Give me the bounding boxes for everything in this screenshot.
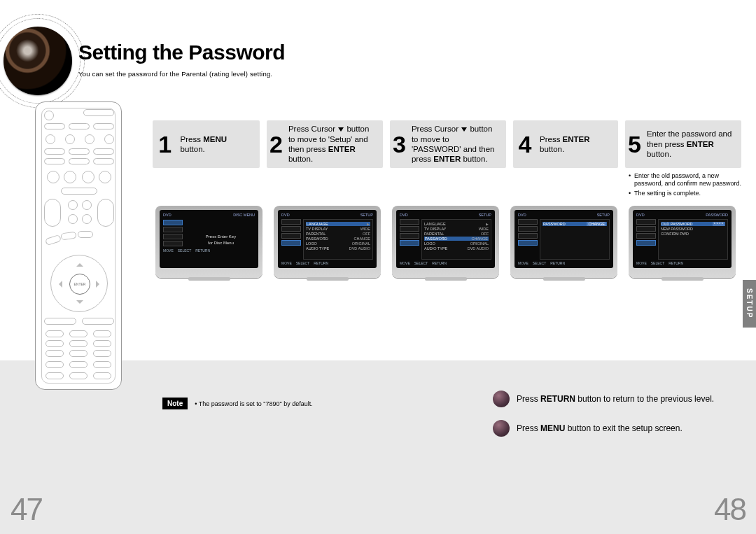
tv-screen-2: DVDSETUP LANGUAGE▶ TV DISPLAYWIDE PARENT… (274, 206, 381, 278)
tv2-menu: LANGUAGE▶ TV DISPLAYWIDE PARENTALOFF PAS… (303, 219, 373, 260)
speaker-decoration (4, 27, 72, 95)
step-5-number: 5 (628, 131, 641, 158)
tv-screen-1: DVDDISC MENU Press Enter Key for Disc Me… (155, 206, 262, 278)
step-2-text: Press Cursor button to move to 'Setup' a… (288, 124, 376, 164)
page-title: Setting the Password (78, 41, 285, 64)
step-5-text: Enter the password and then press ENTER … (647, 129, 734, 159)
footer-actions: Press RETURN button to return to the pre… (493, 391, 745, 437)
remote-enter-button: ENTER (69, 274, 90, 295)
tv-screen-5: DVDPASSWORD OLD PASSWORD* * * * NEW PASS… (629, 206, 736, 278)
page-subtitle: You can set the password for the Parenta… (78, 70, 272, 78)
footer-action-return: Press RETURN button to return to the pre… (493, 391, 745, 407)
tv-row: DVDDISC MENU Press Enter Key for Disc Me… (155, 206, 736, 278)
step-3-number: 3 (393, 131, 406, 158)
section-side-tab: SETUP (743, 280, 756, 328)
footer-action-menu: Press MENU button to exit the setup scre… (493, 420, 745, 437)
cursor-down-icon (461, 127, 467, 132)
remote-dpad: ENTER (50, 255, 108, 312)
tv4-menu: PASSWORDCHANGE (540, 219, 610, 260)
step-4-text: Press ENTER button. (540, 134, 611, 155)
tv-screen-3: DVDSETUP LANGUAGE▶ TV DISPLAYWIDE PARENT… (392, 206, 499, 278)
step-4-number: 4 (516, 131, 534, 158)
step-2-number: 2 (270, 131, 283, 158)
remote-illustration: ENTER (35, 101, 122, 390)
tv-screen-4: DVDSETUP PASSWORDCHANGE MOVESELECTRETURN (510, 206, 617, 278)
note-box: Note • The password is set to "7890" by … (162, 398, 313, 409)
steps-row: 1 Press MENU button. 2 Press Cursor butt… (153, 120, 748, 169)
tv3-menu: LANGUAGE▶ TV DISPLAYWIDE PARENTALOFF PAS… (421, 219, 491, 260)
step-1-text: Press MENU button. (181, 134, 253, 155)
step-1-number: 1 (155, 131, 175, 158)
step-5-note-1: Enter the old password, a new password, … (629, 172, 742, 188)
step-3-text: Press Cursor button to move to 'PASSWORD… (412, 124, 499, 164)
step-5: 5 Enter the password and then press ENTE… (625, 120, 741, 168)
bullet-icon (493, 420, 510, 437)
bullet-icon (493, 391, 510, 407)
note-label: Note (162, 398, 188, 409)
tv5-menu: OLD PASSWORD* * * * NEW PASSWORD CONFIRM… (658, 219, 728, 260)
page-number-right: 48 (714, 492, 746, 527)
step-5-notes: Enter the old password, a new password, … (629, 172, 742, 199)
step-2: 2 Press Cursor button to move to 'Setup'… (267, 120, 383, 168)
note-text: • The password is set to "7890" by defau… (195, 400, 312, 407)
step-5-note-2: The setting is complete. (629, 190, 742, 197)
step-3: 3 Press Cursor button to move to 'PASSWO… (390, 120, 506, 168)
cursor-down-icon (338, 127, 344, 132)
step-4: 4 Press ENTER button. (513, 120, 618, 168)
step-1: 1 Press MENU button. (153, 120, 260, 168)
page-number-left: 47 (10, 492, 42, 527)
